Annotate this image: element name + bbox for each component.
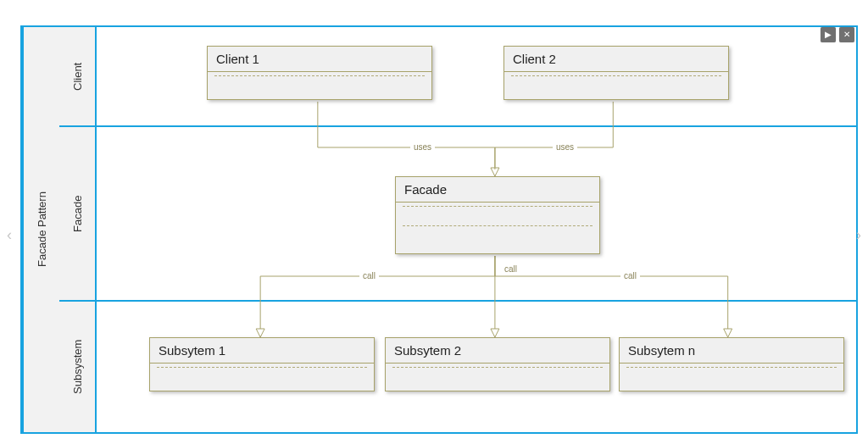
edge-label-uses: uses [553, 142, 577, 152]
prev-arrow[interactable]: ‹ [0, 222, 19, 247]
class-title: Subsytem 1 [150, 338, 374, 364]
svg-marker-1 [256, 329, 264, 337]
class-body [386, 367, 609, 391]
class-client1[interactable]: Client 1 [207, 46, 432, 100]
class-body [620, 367, 843, 391]
class-facade[interactable]: Facade [395, 176, 600, 254]
edge-label-call: call [501, 264, 520, 274]
class-title: Client 2 [504, 47, 728, 72]
svg-marker-0 [491, 168, 499, 176]
diagram-frame: Facade Pattern Client Facade Subsystem [20, 25, 858, 434]
close-button[interactable]: ✕ [839, 27, 854, 42]
svg-marker-3 [724, 329, 732, 337]
class-body [396, 206, 599, 253]
edge-label-call: call [359, 271, 379, 280]
class-subn[interactable]: Subsytem n [619, 337, 844, 391]
class-sub2[interactable]: Subsytem 2 [385, 337, 610, 391]
next-arrow[interactable]: › [849, 222, 868, 247]
class-body [208, 75, 431, 99]
class-title: Subsytem n [620, 338, 843, 364]
class-body [504, 75, 728, 99]
class-title: Facade [396, 177, 599, 203]
class-title: Client 1 [208, 47, 431, 72]
edge-label-uses: uses [410, 142, 435, 152]
lane-header-facade: Facade [59, 127, 95, 302]
class-title: Subsytem 2 [386, 338, 609, 364]
lane-headers: Client Facade Subsystem [59, 27, 97, 432]
lane-header-subsystem: Subsystem [59, 302, 95, 432]
class-client2[interactable]: Client 2 [504, 46, 729, 100]
lane-header-client: Client [59, 27, 95, 127]
diagram-title: Facade Pattern [22, 27, 59, 432]
play-button[interactable]: ▶ [821, 27, 836, 42]
svg-marker-2 [491, 329, 499, 337]
edge-label-call: call [620, 271, 640, 280]
lanes-area: uses uses call call call Client 1 Client… [97, 27, 856, 432]
class-body [150, 367, 374, 391]
class-sub1[interactable]: Subsytem 1 [149, 337, 375, 391]
lane-separator [97, 300, 856, 302]
lane-separator [97, 125, 856, 127]
